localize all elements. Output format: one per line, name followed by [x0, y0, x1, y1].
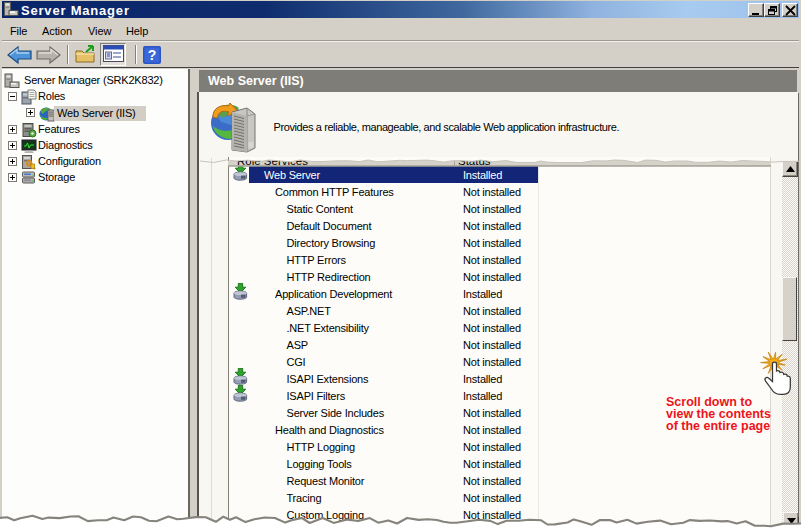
- svg-text:?: ?: [148, 47, 157, 63]
